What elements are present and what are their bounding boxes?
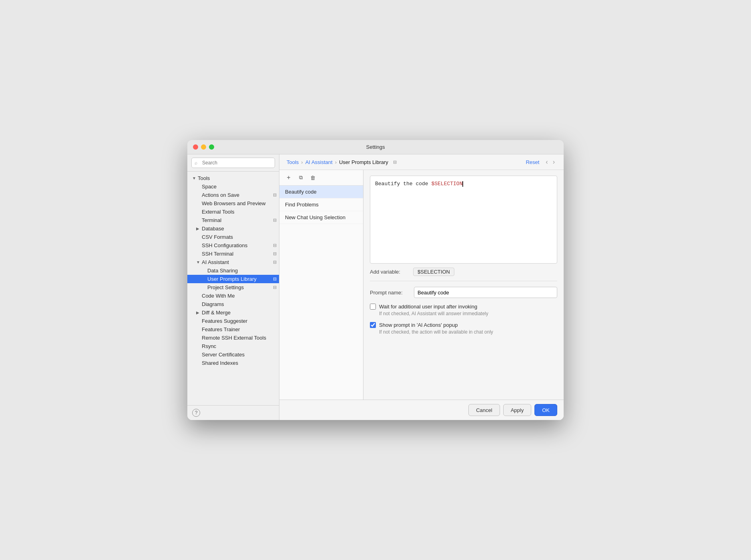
sidebar-item-ssh-terminal[interactable]: SSH Terminal ⊟ [187, 250, 279, 258]
sidebar-item-features-trainer[interactable]: Features Trainer [187, 325, 279, 334]
window-title: Settings [366, 144, 385, 150]
prompt-item-label: Find Problems [285, 202, 319, 208]
checkbox-row-1: Wait for additional user input after inv… [370, 301, 557, 320]
add-variable-row: Add variable: $SELECTION [370, 264, 557, 278]
panel-body: + ⧉ 🗑 Beautify code Find Problems New Ch… [279, 170, 564, 400]
sidebar-item-label: Features Suggester [202, 318, 279, 324]
sidebar-item-label: CSV Formats [202, 234, 279, 240]
traffic-lights [193, 144, 214, 150]
breadcrumb: Tools › AI Assistant › User Prompts Libr… [287, 159, 526, 165]
prompt-item-beautify-code[interactable]: Beautify code [279, 186, 363, 198]
breadcrumb-bar: Tools › AI Assistant › User Prompts Libr… [279, 154, 564, 170]
sidebar-item-diff-merge[interactable]: ▶ Diff & Merge [187, 308, 279, 317]
titlebar: Settings [187, 140, 564, 154]
sidebar-item-shared-indexes[interactable]: Shared Indexes [187, 359, 279, 367]
prompt-name-input[interactable] [414, 287, 557, 298]
checkbox-line-1: Wait for additional user input after inv… [370, 304, 557, 310]
sidebar-item-server-certificates[interactable]: Server Certificates [187, 350, 279, 359]
cancel-button[interactable]: Cancel [468, 404, 500, 416]
sidebar-item-ai-assistant[interactable]: ▼ AI Assistant ⊟ [187, 258, 279, 266]
sidebar-item-label: SSH Terminal [202, 251, 273, 257]
sidebar-item-code-with-me[interactable]: Code With Me [187, 292, 279, 300]
sidebar: ⌕ ▼ Tools Space Actions on Save ⊟ [187, 154, 279, 420]
nav-back-arrow[interactable]: ‹ [544, 158, 549, 166]
sidebar-item-database[interactable]: ▶ Database [187, 224, 279, 233]
sidebar-item-ssh-configurations[interactable]: SSH Configurations ⊟ [187, 241, 279, 250]
settings-window: Settings ⌕ ▼ Tools Space [187, 140, 564, 420]
breadcrumb-menu-icon[interactable]: ⊟ [393, 160, 397, 165]
sidebar-item-label: Data Sharing [207, 268, 279, 274]
sidebar-item-label: User Prompts Library [207, 276, 273, 282]
breadcrumb-current: User Prompts Library [339, 159, 388, 165]
sidebar-item-external-tools[interactable]: External Tools [187, 208, 279, 216]
sidebar-item-label: Diff & Merge [202, 310, 279, 316]
badge-icon: ⊟ [273, 218, 277, 223]
sidebar-item-csv-formats[interactable]: CSV Formats [187, 233, 279, 241]
sidebar-item-label: Web Browsers and Preview [202, 200, 279, 206]
show-in-popup-checkbox[interactable] [370, 322, 376, 328]
copy-prompt-button[interactable]: ⧉ [295, 173, 306, 182]
prompts-list: Beautify code Find Problems New Chat Usi… [279, 186, 363, 400]
nav-forward-arrow[interactable]: › [551, 158, 556, 166]
sidebar-item-tools[interactable]: ▼ Tools [187, 174, 279, 182]
sidebar-item-rsync[interactable]: Rsync [187, 342, 279, 350]
add-prompt-button[interactable]: + [283, 173, 294, 182]
main-content: ⌕ ▼ Tools Space Actions on Save ⊟ [187, 154, 564, 420]
maximize-button[interactable] [209, 144, 214, 150]
chevron-down-icon: ▼ [196, 260, 202, 264]
wait-for-input-label: Wait for additional user input after inv… [379, 304, 477, 310]
sidebar-item-features-suggester[interactable]: Features Suggester [187, 317, 279, 325]
wait-for-input-checkbox[interactable] [370, 304, 376, 310]
sidebar-item-label: SSH Configurations [202, 242, 273, 248]
sidebar-item-remote-ssh-external-tools[interactable]: Remote SSH External Tools [187, 334, 279, 342]
search-bar: ⌕ [187, 154, 279, 172]
badge-icon: ⊟ [273, 243, 277, 248]
sidebar-item-terminal[interactable]: Terminal ⊟ [187, 216, 279, 224]
sidebar-item-label: Actions on Save [202, 192, 273, 198]
nav-arrows: ‹ › [544, 158, 556, 166]
breadcrumb-tools[interactable]: Tools [287, 159, 299, 165]
sidebar-item-web-browsers[interactable]: Web Browsers and Preview [187, 199, 279, 208]
prompt-editor[interactable]: Beautify the code $SELECTION [370, 176, 557, 264]
sidebar-item-label: Diagrams [202, 301, 279, 307]
badge-icon: ⊟ [273, 251, 277, 256]
prompt-name-row: Prompt name: [370, 284, 557, 301]
prompt-item-new-chat-using-selection[interactable]: New Chat Using Selection [279, 211, 363, 224]
sidebar-item-project-settings[interactable]: Project Settings ⊟ [187, 283, 279, 292]
search-icon: ⌕ [195, 160, 197, 166]
prompt-text-static: Beautify the code [375, 181, 431, 187]
close-button[interactable] [193, 144, 198, 150]
sidebar-item-actions-on-save[interactable]: Actions on Save ⊟ [187, 191, 279, 199]
wait-for-input-hint: If not checked, AI Assistant will answer… [370, 310, 557, 317]
sidebar-item-label: Code With Me [202, 293, 279, 299]
add-variable-label: Add variable: [370, 269, 410, 275]
sidebar-item-label: Space [202, 184, 279, 190]
prompt-text-variable: $SELECTION [431, 181, 462, 187]
sidebar-item-space[interactable]: Space [187, 182, 279, 191]
sidebar-item-user-prompts-library[interactable]: User Prompts Library ⊟ [187, 275, 279, 283]
badge-icon: ⊟ [273, 285, 277, 290]
apply-button[interactable]: Apply [503, 404, 532, 416]
badge-icon: ⊟ [273, 192, 277, 198]
sidebar-item-label: Rsync [202, 343, 279, 349]
sidebar-item-diagrams[interactable]: Diagrams [187, 300, 279, 308]
ok-button[interactable]: OK [534, 404, 557, 416]
text-cursor [462, 181, 463, 187]
chevron-right-icon: ▶ [196, 226, 202, 231]
show-in-popup-hint: If not checked, the action will be avail… [370, 329, 557, 336]
divider [370, 281, 557, 281]
delete-prompt-button[interactable]: 🗑 [307, 173, 318, 182]
variable-chip-selection[interactable]: $SELECTION [413, 268, 454, 276]
prompt-item-find-problems[interactable]: Find Problems [279, 198, 363, 211]
sidebar-item-label: Features Trainer [202, 326, 279, 332]
minimize-button[interactable] [201, 144, 206, 150]
sidebar-item-label: Server Certificates [202, 352, 279, 358]
badge-icon: ⊟ [273, 260, 277, 265]
help-icon[interactable]: ? [192, 409, 200, 417]
reset-button[interactable]: Reset [526, 159, 539, 165]
breadcrumb-ai-assistant[interactable]: AI Assistant [305, 159, 333, 165]
prompts-list-panel: + ⧉ 🗑 Beautify code Find Problems New Ch… [279, 170, 363, 400]
list-toolbar: + ⧉ 🗑 [279, 170, 363, 186]
search-input[interactable] [191, 158, 275, 168]
sidebar-item-data-sharing[interactable]: Data Sharing [187, 266, 279, 275]
